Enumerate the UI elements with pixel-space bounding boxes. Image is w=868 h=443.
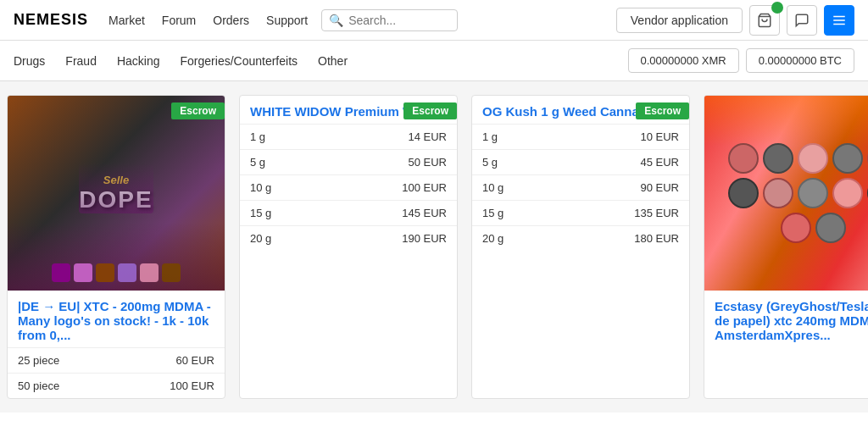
- price-amount: 90 EUR: [557, 175, 689, 201]
- price-table-3: 1 g 10 EUR 5 g 45 EUR 10 g 90 EUR 15 g 1…: [472, 124, 689, 251]
- price-qty: 15 g: [472, 201, 557, 226]
- cat-drugs[interactable]: Drugs: [14, 54, 45, 68]
- balance-area: 0.00000000 XMR 0.00000000 BTC: [628, 48, 854, 73]
- escrow-badge-3: Escrow: [636, 102, 689, 119]
- price-qty: 10 g: [240, 175, 325, 201]
- secondary-navigation: Drugs Fraud Hacking Forgeries/Counterfei…: [0, 41, 868, 81]
- product-card-1: Selle DOPE Escrow |DE → EU| XTC - 200mg …: [7, 95, 225, 399]
- price-row: 15 g 145 EUR: [240, 201, 457, 226]
- price-table-2: 1 g 14 EUR 5 g 50 EUR 10 g 100 EUR 15 g …: [240, 124, 457, 251]
- price-row: 20 g 180 EUR: [472, 226, 689, 252]
- category-links: Drugs Fraud Hacking Forgeries/Counterfei…: [14, 54, 348, 68]
- price-row: 25 piece 60 EUR: [8, 348, 225, 374]
- price-qty: 20 g: [472, 226, 557, 252]
- product-title-4[interactable]: Ecstasy (GreyGhost/Tesla/Casa de papel) …: [704, 291, 868, 347]
- vendor-application-button[interactable]: Vendor application: [616, 8, 743, 33]
- price-qty: 25 piece: [8, 348, 114, 374]
- site-logo: NEMESIS: [14, 11, 88, 29]
- price-table-1: 25 piece 60 EUR 50 piece 100 EUR: [8, 347, 225, 398]
- price-amount: 100 EUR: [114, 374, 225, 399]
- nav-orders[interactable]: Orders: [213, 14, 249, 27]
- nav-right: Vendor application: [616, 5, 854, 36]
- price-amount: 45 EUR: [557, 150, 689, 175]
- price-amount: 10 EUR: [557, 125, 689, 150]
- nav-market[interactable]: Market: [108, 14, 145, 27]
- price-row: 1 g 14 EUR: [240, 125, 457, 150]
- search-icon: 🔍: [329, 14, 343, 27]
- price-amount: 180 EUR: [557, 226, 689, 252]
- product-card-2: Escrow WHITE WIDOW Premium Weed 1 g 14 E…: [239, 95, 458, 399]
- price-row: 15 g 135 EUR: [472, 201, 689, 226]
- cart-icon-wrap: [749, 5, 780, 36]
- price-amount: 190 EUR: [325, 226, 457, 252]
- price-amount: 145 EUR: [325, 201, 457, 226]
- price-amount: 14 EUR: [325, 125, 457, 150]
- nav-support[interactable]: Support: [266, 14, 308, 27]
- price-qty: 1 g: [472, 125, 557, 150]
- price-qty: 15 g: [240, 201, 325, 226]
- cat-hacking[interactable]: Hacking: [117, 54, 160, 68]
- menu-button[interactable]: [824, 5, 854, 36]
- cat-fraud[interactable]: Fraud: [65, 54, 97, 68]
- price-row: 5 g 50 EUR: [240, 150, 457, 175]
- product-image-4: [704, 96, 868, 291]
- price-qty: 5 g: [472, 150, 557, 175]
- price-row: 5 g 45 EUR: [472, 150, 689, 175]
- price-qty: 50 piece: [8, 374, 114, 399]
- price-amount: 60 EUR: [114, 348, 225, 374]
- price-amount: 100 EUR: [325, 175, 457, 201]
- price-qty: 5 g: [240, 150, 325, 175]
- price-row: 10 g 100 EUR: [240, 175, 457, 201]
- price-qty: 20 g: [240, 226, 325, 252]
- product-image-1: Selle DOPE: [8, 96, 225, 291]
- nav-links: Market Forum Orders Support: [108, 14, 308, 27]
- btc-balance: 0.00000000 BTC: [746, 48, 854, 73]
- search-box[interactable]: 🔍: [321, 9, 458, 31]
- product-card-3: Escrow OG Kush 1 g Weed Cannabis 1 g 10 …: [471, 95, 690, 399]
- cart-badge: [771, 2, 783, 14]
- price-amount: 135 EUR: [557, 201, 689, 226]
- price-amount: 50 EUR: [325, 150, 457, 175]
- top-navigation: NEMESIS Market Forum Orders Support 🔍 Ve…: [0, 0, 868, 41]
- cat-other[interactable]: Other: [318, 54, 348, 68]
- product-title-1[interactable]: |DE → EU| XTC - 200mg MDMA - Many logo's…: [8, 291, 225, 347]
- price-qty: 10 g: [472, 175, 557, 201]
- escrow-badge-1: Escrow: [171, 102, 225, 119]
- messages-button[interactable]: [787, 5, 817, 36]
- search-input[interactable]: [348, 14, 450, 27]
- price-row: 10 g 90 EUR: [472, 175, 689, 201]
- nav-forum[interactable]: Forum: [162, 14, 196, 27]
- price-qty: 1 g: [240, 125, 325, 150]
- product-grid: Selle DOPE Escrow |DE → EU| XTC - 200mg …: [0, 81, 868, 413]
- price-row: 1 g 10 EUR: [472, 125, 689, 150]
- price-row: 20 g 190 EUR: [240, 226, 457, 252]
- escrow-badge-2: Escrow: [403, 102, 457, 119]
- xmr-balance: 0.00000000 XMR: [628, 48, 739, 73]
- price-row: 50 piece 100 EUR: [8, 374, 225, 399]
- product-card-4: Escrow Ecstasy (GreyGhost/Tesla/Casa de …: [704, 95, 868, 399]
- cat-forgeries[interactable]: Forgeries/Counterfeits: [181, 54, 298, 68]
- cart-button[interactable]: [749, 5, 780, 36]
